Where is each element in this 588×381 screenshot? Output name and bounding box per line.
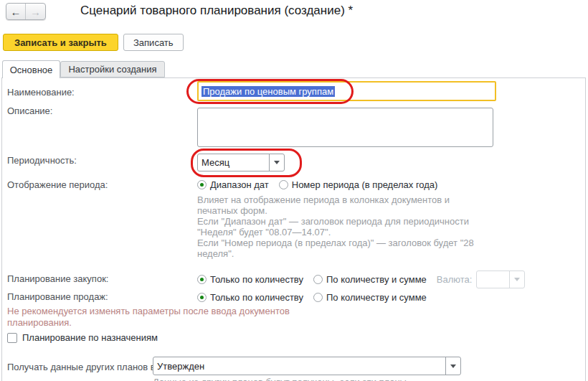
dropdown-arrow-icon[interactable] — [445, 357, 460, 375]
periodicity-value: Месяц — [198, 154, 269, 171]
dropdown-arrow-icon[interactable] — [269, 154, 284, 171]
description-label: Описание: — [7, 105, 52, 116]
assignment-planning-checkbox-row[interactable]: Планирование по назначениям — [7, 332, 158, 343]
period-display-hint: Влияет на отображение периода в колонках… — [197, 194, 474, 259]
period-display-radio-group: Диапазон дат Номер периода (в пределах г… — [197, 177, 447, 192]
radio-label: По количеству и сумме — [326, 292, 427, 303]
radio-selected-icon — [197, 275, 207, 284]
radio-label: Только по количеству — [210, 274, 303, 285]
radio-quantity-only[interactable]: Только по количеству — [197, 292, 303, 303]
dropdown-arrow-icon — [509, 271, 524, 288]
radio-unselected-icon — [279, 180, 288, 189]
radio-label: Только по количеству — [210, 292, 303, 303]
description-textarea[interactable] — [197, 108, 493, 147]
purchase-planning-label: Планирование закупок: — [7, 273, 108, 284]
radio-label: По количеству и сумме — [326, 274, 427, 285]
name-input[interactable]: Продажи по ценовым группам — [197, 81, 496, 101]
currency-value — [477, 271, 509, 288]
selected-text: Продажи по ценовым группам — [201, 86, 335, 97]
sales-planning-label: Планирование продаж: — [7, 291, 108, 302]
radio-unselected-icon — [313, 275, 323, 284]
radio-label: Номер периода (в пределах года) — [292, 179, 438, 190]
nav-button-group: ← → — [6, 3, 46, 20]
back-arrow-icon: ← — [11, 6, 22, 18]
forward-button[interactable]: → — [26, 4, 45, 19]
save-button[interactable]: Записать — [123, 34, 184, 51]
period-display-label: Отображение периода: — [7, 179, 108, 190]
periodicity-combo[interactable]: Месяц — [197, 154, 285, 171]
radio-selected-icon — [197, 293, 207, 302]
radio-date-range[interactable]: Диапазон дат — [197, 179, 269, 190]
warning-text: Не рекомендуется изменять параметры посл… — [7, 306, 290, 328]
other-plans-status-hint: Данные из других планов будут получены, … — [153, 377, 407, 381]
checkbox-unchecked-icon[interactable] — [7, 333, 17, 343]
tab-main[interactable]: Основное — [2, 60, 60, 78]
page-title: Сценарий товарного планирования (создани… — [80, 4, 353, 18]
name-label: Наименование: — [7, 87, 75, 98]
periodicity-label: Периодичность: — [7, 155, 77, 166]
radio-period-number[interactable]: Номер периода (в пределах года) — [279, 179, 438, 190]
radio-unselected-icon — [313, 293, 323, 302]
purchase-planning-radio-group: Только по количеству По количеству и сум… — [197, 270, 525, 288]
back-button[interactable]: ← — [6, 4, 26, 19]
currency-combo-disabled — [476, 271, 525, 288]
radio-quantity-and-sum[interactable]: По количеству и сумме — [313, 274, 427, 285]
other-plans-status-combo[interactable]: Утвержден — [153, 357, 461, 375]
radio-quantity-and-sum[interactable]: По количеству и сумме — [313, 292, 427, 303]
tab-creation-settings[interactable]: Настройки создания — [60, 61, 165, 77]
save-and-close-button[interactable]: Записать и закрыть — [3, 34, 118, 51]
currency-group: Валюта: — [437, 271, 526, 288]
forward-arrow-icon: → — [30, 6, 41, 18]
checkbox-label: Планирование по назначениям — [22, 332, 158, 343]
radio-label: Диапазон дат — [210, 179, 269, 190]
radio-quantity-only[interactable]: Только по количеству — [197, 274, 303, 285]
other-plans-status-value: Утвержден — [153, 357, 445, 375]
currency-label: Валюта: — [437, 274, 473, 285]
radio-selected-icon — [197, 180, 207, 189]
sales-planning-radio-group: Только по количеству По количеству и сум… — [197, 288, 437, 306]
